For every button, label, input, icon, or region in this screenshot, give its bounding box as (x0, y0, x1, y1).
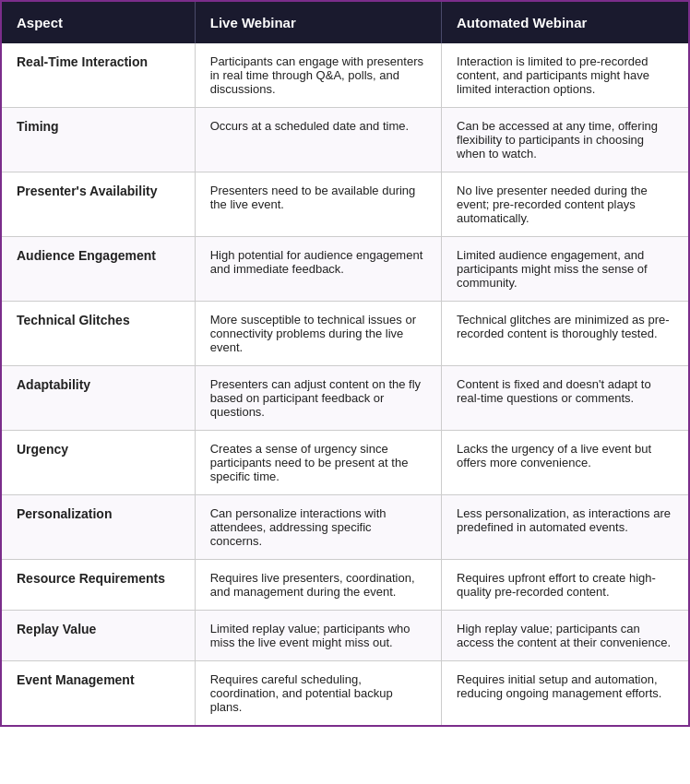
cell-aspect: Adaptability (2, 366, 195, 431)
table-row: Resource RequirementsRequires live prese… (2, 560, 688, 611)
cell-automated-webinar: Requires initial setup and automation, r… (442, 661, 688, 726)
cell-aspect: Urgency (2, 431, 195, 495)
cell-automated-webinar: Lacks the urgency of a live event but of… (442, 431, 688, 495)
comparison-table-container: Aspect Live Webinar Automated Webinar Re… (0, 0, 690, 727)
table-row: Technical GlitchesMore susceptible to te… (2, 302, 688, 366)
cell-live-webinar: Presenters can adjust content on the fly… (195, 366, 441, 431)
table-row: TimingOccurs at a scheduled date and tim… (2, 108, 688, 172)
cell-aspect: Presenter's Availability (2, 172, 195, 237)
table-row: Audience EngagementHigh potential for au… (2, 237, 688, 302)
header-aspect: Aspect (2, 2, 195, 43)
cell-live-webinar: More susceptible to technical issues or … (195, 302, 441, 366)
cell-live-webinar: High potential for audience engagement a… (195, 237, 441, 302)
cell-automated-webinar: Technical glitches are minimized as pre-… (442, 302, 688, 366)
cell-automated-webinar: Requires upfront effort to create high-q… (442, 560, 688, 611)
cell-aspect: Technical Glitches (2, 302, 195, 366)
cell-live-webinar: Participants can engage with presenters … (195, 43, 441, 108)
cell-automated-webinar: Can be accessed at any time, offering fl… (442, 108, 688, 172)
table-row: Replay ValueLimited replay value; partic… (2, 611, 688, 661)
cell-aspect: Audience Engagement (2, 237, 195, 302)
table-row: Event ManagementRequires careful schedul… (2, 661, 688, 726)
cell-aspect: Real-Time Interaction (2, 43, 195, 108)
cell-automated-webinar: Less personalization, as interactions ar… (442, 495, 688, 560)
header-automated-webinar: Automated Webinar (442, 2, 688, 43)
table-row: UrgencyCreates a sense of urgency since … (2, 431, 688, 495)
cell-automated-webinar: Content is fixed and doesn't adapt to re… (442, 366, 688, 431)
comparison-table: Aspect Live Webinar Automated Webinar Re… (2, 2, 688, 725)
cell-live-webinar: Presenters need to be available during t… (195, 172, 441, 237)
cell-aspect: Resource Requirements (2, 560, 195, 611)
cell-live-webinar: Requires careful scheduling, coordinatio… (195, 661, 441, 726)
cell-aspect: Replay Value (2, 611, 195, 661)
cell-automated-webinar: Interaction is limited to pre-recorded c… (442, 43, 688, 108)
table-row: PersonalizationCan personalize interacti… (2, 495, 688, 560)
table-header-row: Aspect Live Webinar Automated Webinar (2, 2, 688, 43)
table-row: Presenter's AvailabilityPresenters need … (2, 172, 688, 237)
cell-live-webinar: Limited replay value; participants who m… (195, 611, 441, 661)
table-row: Real-Time InteractionParticipants can en… (2, 43, 688, 108)
table-row: AdaptabilityPresenters can adjust conten… (2, 366, 688, 431)
header-live-webinar: Live Webinar (195, 2, 441, 43)
cell-automated-webinar: High replay value; participants can acce… (442, 611, 688, 661)
cell-aspect: Timing (2, 108, 195, 172)
cell-aspect: Event Management (2, 661, 195, 726)
cell-live-webinar: Requires live presenters, coordination, … (195, 560, 441, 611)
cell-automated-webinar: Limited audience engagement, and partici… (442, 237, 688, 302)
cell-live-webinar: Can personalize interactions with attend… (195, 495, 441, 560)
cell-aspect: Personalization (2, 495, 195, 560)
cell-live-webinar: Occurs at a scheduled date and time. (195, 108, 441, 172)
cell-live-webinar: Creates a sense of urgency since partici… (195, 431, 441, 495)
cell-automated-webinar: No live presenter needed during the even… (442, 172, 688, 237)
